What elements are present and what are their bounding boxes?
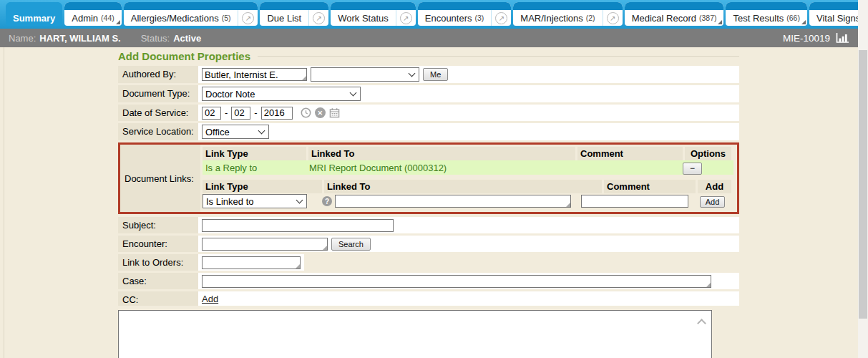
tab-allergies-medications[interactable]: Allergies/Medications (5) ↗ — [124, 2, 258, 26]
subject-row: Subject: — [118, 217, 739, 233]
system-id: MIE-10019 — [783, 33, 830, 44]
tab-count: (66) — [786, 14, 800, 22]
popup-arrow-button[interactable]: ↗ — [396, 10, 416, 26]
column-header: Link Type — [203, 180, 322, 193]
encounter-row: Encounter: Search — [118, 236, 739, 252]
linked-to-value: MRI Report Document (0000312) — [306, 162, 573, 174]
service-location-value: Office — [205, 127, 230, 137]
document-type-row: Document Type: Doctor Note — [118, 85, 739, 102]
new-link-controls: Is Linked to ? — [203, 194, 733, 208]
help-icon[interactable]: ? — [322, 196, 332, 206]
chevron-down-icon — [258, 127, 265, 135]
link-to-orders-input[interactable] — [202, 256, 301, 269]
new-link-header: Link Type Linked To Comment Add — [203, 180, 733, 193]
tab-mar-injections[interactable]: MAR/Injections (2) ↗ — [513, 2, 622, 26]
encounter-input[interactable] — [202, 238, 328, 251]
document-links-section: Document Links: Link Type Linked To Comm… — [118, 142, 739, 214]
scrollbar-thumb[interactable] — [859, 50, 867, 319]
date-of-service-row: Date of Service: - - ✕ — [118, 105, 739, 121]
tab-label: Summary — [13, 13, 55, 24]
tab-label: Encounters — [425, 13, 472, 24]
case-row: Case: — [118, 273, 739, 289]
authored-by-secondary-select[interactable] — [311, 67, 419, 82]
clear-date-icon[interactable]: ✕ — [315, 107, 326, 118]
tab-summary[interactable]: Summary — [6, 2, 62, 26]
remove-link-button[interactable]: − — [683, 163, 702, 175]
column-header: Add — [698, 180, 731, 193]
tab-vital-signs[interactable]: Vital Signs ↗ — [809, 2, 858, 26]
column-header: Options — [685, 147, 731, 160]
tab-label: Vital Signs — [816, 13, 858, 24]
tab-label: Medical Record — [632, 13, 696, 24]
subject-label: Subject: — [118, 217, 198, 233]
document-type-value: Doctor Note — [205, 89, 255, 100]
date-month-input[interactable] — [202, 107, 221, 120]
tab-medical-record[interactable]: Medical Record (387) — [625, 2, 724, 26]
link-type-select[interactable]: Is Linked to — [203, 194, 307, 208]
cc-label: CC: — [118, 291, 198, 306]
linked-to-input[interactable] — [335, 195, 571, 208]
patient-banner: Name: HART, WILLIAM S. Status: Active MI… — [0, 29, 858, 47]
existing-link-row: Is a Reply to MRI Report Document (00003… — [203, 160, 733, 175]
encounter-search-button[interactable]: Search — [331, 238, 371, 251]
tab-admin[interactable]: Admin (44) — [64, 2, 122, 26]
patient-status-label: Status: — [141, 33, 170, 44]
link-to-orders-row: Link to Orders: — [118, 254, 739, 271]
column-header: Comment — [604, 180, 696, 193]
tab-label: Work Status — [338, 13, 389, 24]
link-type-value: Is a Reply to — [203, 162, 306, 174]
tab-encounters[interactable]: Encounters (3) ↗ — [418, 2, 512, 26]
link-comment-input[interactable] — [581, 195, 688, 208]
existing-links-header: Link Type Linked To Comment Options — [203, 147, 733, 160]
title-rule — [258, 56, 739, 57]
column-header: Linked To — [324, 180, 602, 193]
case-input[interactable] — [202, 275, 711, 288]
service-location-row: Service Location: Office — [118, 123, 739, 140]
tab-work-status[interactable]: Work Status ↗ — [331, 2, 416, 26]
main-content: Add Document Properties Authored By: Me — [0, 47, 858, 358]
document-body-textarea[interactable] — [118, 310, 712, 358]
subject-input[interactable] — [202, 219, 394, 232]
tab-label: Test Results — [733, 13, 784, 24]
vertical-scrollbar[interactable] — [858, 0, 868, 358]
column-header: Comment — [577, 147, 683, 160]
date-of-service-label: Date of Service: — [118, 105, 198, 121]
patient-status-value: Active — [173, 33, 201, 44]
cc-add-link[interactable]: Add — [202, 294, 218, 304]
popup-arrow-icon: ↗ — [242, 12, 254, 24]
bar-chart-icon[interactable] — [836, 33, 849, 44]
tab-count: (44) — [101, 14, 114, 22]
me-button[interactable]: Me — [423, 68, 448, 81]
popup-arrow-button[interactable]: ↗ — [491, 10, 511, 26]
service-location-select[interactable]: Office — [202, 125, 269, 139]
service-location-label: Service Location: — [118, 123, 198, 140]
popup-arrow-button[interactable]: ↗ — [603, 10, 623, 26]
chevron-down-icon — [350, 90, 357, 97]
chevron-down-icon — [409, 70, 416, 77]
popup-arrow-button[interactable]: ↗ — [308, 10, 328, 26]
tab-count: (387) — [699, 14, 717, 22]
clock-icon[interactable] — [301, 107, 311, 118]
tab-test-results[interactable]: Test Results (66) — [726, 2, 807, 26]
scroll-up-chevron-icon[interactable] — [697, 319, 706, 328]
authored-by-label: Authored By: — [118, 66, 198, 83]
calendar-icon[interactable] — [329, 107, 340, 118]
authored-by-input[interactable] — [202, 68, 307, 81]
date-day-input[interactable] — [231, 107, 250, 120]
tab-label: Admin — [72, 13, 98, 24]
popup-arrow-icon: ↗ — [313, 12, 325, 24]
popup-arrow-button[interactable]: ↗ — [238, 10, 258, 26]
tab-count: (5) — [222, 14, 231, 22]
popup-arrow-icon: ↗ — [400, 12, 412, 24]
document-type-select[interactable]: Doctor Note — [202, 87, 361, 101]
tab-count: (2) — [586, 14, 595, 22]
chevron-down-icon — [296, 197, 303, 204]
tab-label: MAR/Injections — [520, 13, 582, 24]
left-divider — [4, 47, 4, 358]
column-header: Linked To — [308, 147, 575, 160]
tab-due-list[interactable]: Due List ↗ — [260, 2, 328, 26]
add-link-button[interactable]: Add — [700, 196, 726, 208]
authored-by-row: Authored By: Me — [118, 66, 739, 83]
date-year-input[interactable] — [261, 107, 293, 120]
link-to-orders-label: Link to Orders: — [118, 254, 198, 271]
